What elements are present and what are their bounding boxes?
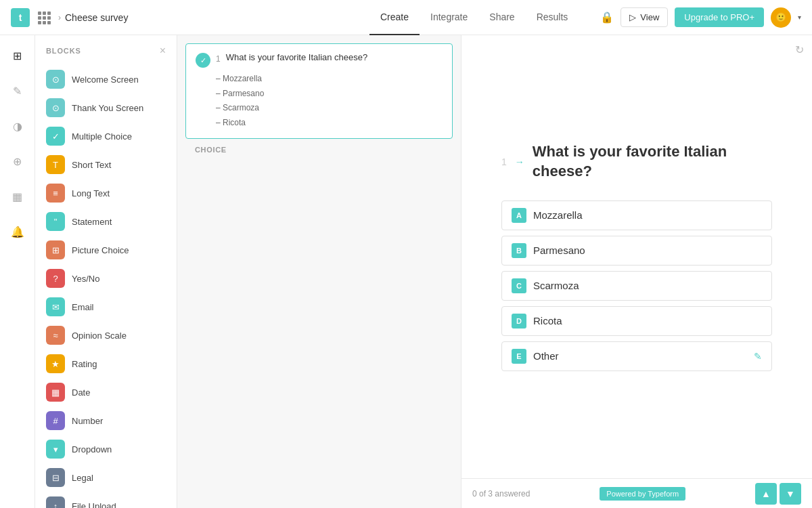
bell-icon[interactable]: 🔔 <box>5 219 30 244</box>
block-item-file-upload[interactable]: ↑File Upload <box>35 492 177 508</box>
topbar-nav-share[interactable]: Share <box>478 0 525 35</box>
preview-content: 1 → What is your favorite Italian cheese… <box>461 35 812 478</box>
block-icon: ✉ <box>46 297 65 316</box>
nav-down-button[interactable]: ▼ <box>780 483 801 505</box>
block-icon: ▦ <box>46 383 65 402</box>
block-item-dropdown[interactable]: ▾Dropdown <box>35 435 177 463</box>
block-item-welcome-screen[interactable]: ⊙Welcome Screen <box>35 65 177 93</box>
topbar-nav-integrate[interactable]: Integrate <box>420 0 478 35</box>
main-area: ⊞✎◑⊕▦🔔 BLOCKS × ⊙Welcome Screen⊙Thank Yo… <box>0 35 812 508</box>
block-icon: ★ <box>46 354 65 373</box>
choice-option-parmesano[interactable]: BParmesano <box>501 236 772 266</box>
block-label: Opinion Scale <box>72 331 127 341</box>
question-text-editor: What is your favorite Italian cheese? <box>226 52 443 62</box>
choice-section-label: Choice <box>185 146 453 154</box>
choice-key: A <box>512 208 526 223</box>
block-item-statement[interactable]: "Statement <box>35 207 177 236</box>
answered-count: 0 of 3 answered <box>472 489 530 499</box>
edit-icon[interactable]: ✎ <box>754 351 762 362</box>
choice-key: D <box>512 314 526 329</box>
integrations-icon[interactable]: ⊕ <box>5 149 30 173</box>
nav-arrows: ▲ ▼ <box>755 483 801 505</box>
breadcrumb-separator: › <box>58 13 61 22</box>
topbar-nav-create[interactable]: Create <box>369 0 420 35</box>
topbar-nav-results[interactable]: Results <box>526 0 579 35</box>
block-label: Statement <box>72 217 112 227</box>
block-icon: ≡ <box>46 184 65 203</box>
block-item-opinion-scale[interactable]: ≈Opinion Scale <box>35 321 177 350</box>
block-icon: ? <box>46 269 65 288</box>
blocks-close-button[interactable]: × <box>160 45 166 57</box>
block-item-short-text[interactable]: TShort Text <box>35 150 177 179</box>
block-item-date[interactable]: ▦Date <box>35 378 177 406</box>
preview-choices: AMozzarellaBParmesanoCScarmozaDRicotaEOt… <box>501 200 772 371</box>
block-item-legal[interactable]: ⊟Legal <box>35 463 177 492</box>
survey-item-header: ✓ 1 What is your favorite Italian cheese… <box>196 52 443 68</box>
blocks-panel: BLOCKS × ⊙Welcome Screen⊙Thank You Scree… <box>35 35 177 508</box>
upgrade-button[interactable]: Upgrade to PRO+ <box>675 7 764 27</box>
choice-value: Scarmoza <box>533 280 762 291</box>
block-icon: T <box>46 155 65 174</box>
block-item-yes/no[interactable]: ?Yes/No <box>35 264 177 293</box>
block-label: Date <box>72 387 90 398</box>
preview-question-header: 1 → What is your favorite Italian cheese… <box>501 142 772 181</box>
editor-option: – Ricota <box>216 116 443 131</box>
survey-question-item[interactable]: ✓ 1 What is your favorite Italian cheese… <box>185 43 453 139</box>
block-label: Rating <box>72 359 97 369</box>
check-badge: ✓ <box>196 53 210 68</box>
block-item-multiple-choice[interactable]: ✓Multiple Choice <box>35 122 177 150</box>
block-label: Number <box>72 416 103 426</box>
block-item-number[interactable]: #Number <box>35 406 177 435</box>
editor-panel: ✓ 1 What is your favorite Italian cheese… <box>177 35 461 508</box>
block-label: Long Text <box>72 188 110 198</box>
pencil-icon[interactable]: ✎ <box>5 79 30 103</box>
nav-up-button[interactable]: ▲ <box>755 483 777 505</box>
block-label: Email <box>72 302 94 312</box>
topbar-right: 🔒 ▷ View Upgrade to PRO+ 🙂 ▾ <box>600 7 801 28</box>
block-item-long-text[interactable]: ≡Long Text <box>35 179 177 207</box>
choice-key: E <box>512 349 526 364</box>
avatar[interactable]: 🙂 <box>771 7 791 28</box>
block-label: Picture Choice <box>72 245 129 255</box>
choice-value: Mozzarella <box>533 209 762 221</box>
choice-value: Parmesano <box>533 245 762 256</box>
choice-option-ricota[interactable]: DRicota <box>501 306 772 336</box>
preview-arrow: → <box>515 156 524 167</box>
block-icon: ▾ <box>46 440 65 459</box>
preview-panel: ↻ 1 → What is your favorite Italian chee… <box>461 35 812 508</box>
choice-key: B <box>512 243 526 258</box>
palette-icon[interactable]: ◑ <box>5 114 30 138</box>
logo[interactable]: t <box>11 8 30 27</box>
view-button[interactable]: ▷ View <box>621 7 668 27</box>
block-label: Multiple Choice <box>72 131 132 142</box>
chevron-down-icon[interactable]: ▾ <box>798 14 801 21</box>
choice-option-mozzarella[interactable]: AMozzarella <box>501 200 772 230</box>
block-icon: # <box>46 411 65 430</box>
block-item-thank-you-screen[interactable]: ⊙Thank You Screen <box>35 93 177 122</box>
blocks-title: BLOCKS <box>46 47 81 55</box>
choice-option-scarmoza[interactable]: CScarmoza <box>501 271 772 301</box>
table-icon[interactable]: ▦ <box>5 184 30 209</box>
block-icon: ↑ <box>46 496 65 508</box>
refresh-icon[interactable]: ↻ <box>795 43 804 56</box>
block-item-picture-choice[interactable]: ⊞Picture Choice <box>35 236 177 264</box>
apps-grid-icon[interactable] <box>38 12 50 24</box>
editor-option: – Scarmoza <box>216 101 443 116</box>
survey-title[interactable]: Cheese survey <box>65 12 128 23</box>
block-label: Thank You Screen <box>72 103 143 113</box>
grid-icon[interactable]: ⊞ <box>5 43 30 68</box>
block-label: Welcome Screen <box>72 75 139 85</box>
block-icon: " <box>46 212 65 231</box>
block-item-email[interactable]: ✉Email <box>35 293 177 321</box>
blocks-header: BLOCKS × <box>35 35 177 64</box>
block-icon: ≈ <box>46 326 65 345</box>
question-number: 1 <box>216 54 221 64</box>
block-label: Yes/No <box>72 274 99 284</box>
block-icon: ✓ <box>46 127 65 146</box>
view-icon: ▷ <box>629 12 636 22</box>
topbar: t › Cheese survey CreateIntegrateShareRe… <box>0 0 812 35</box>
choice-option-other[interactable]: EOther✎ <box>501 341 772 371</box>
lock-icon: 🔒 <box>600 11 614 24</box>
block-item-rating[interactable]: ★Rating <box>35 350 177 378</box>
choice-value: Ricota <box>533 315 762 326</box>
